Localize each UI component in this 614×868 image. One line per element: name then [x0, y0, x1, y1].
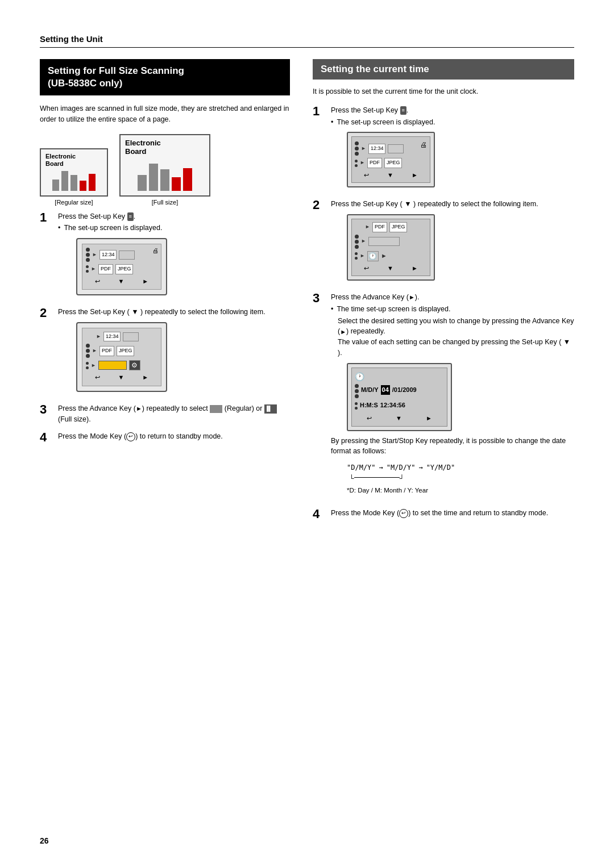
right-screen-2-inner: ► PDF JPEG ►	[351, 219, 430, 276]
right-step-3-text: Press the Advance Key (►).	[331, 293, 419, 301]
dot2-l2	[86, 349, 90, 353]
right-step-3-bullet1: • The time set-up screen is displayed.	[331, 304, 574, 315]
left-screen-1-inner: 🖨 ► 12:34	[82, 244, 161, 290]
date-format-row: "D/M/Y" → "M/D/Y" → "Y/M/D"	[347, 462, 574, 473]
return-icon-r1: ↩	[364, 170, 369, 180]
right-step-3-b1-text: The time set-up screen is displayed.	[337, 304, 450, 315]
printer-icon-r1: 🖨	[420, 140, 427, 150]
screen-nav-l2: ↩ ▼ ►	[86, 373, 157, 382]
dot1-l2	[86, 344, 90, 348]
right-screen-1-inner: 🖨 ► 12:34	[351, 136, 430, 183]
arrow-r2-2: ►	[361, 237, 366, 245]
left-step-2-content: Press the Set-up Key ( ▼ ) repeatedly to…	[58, 307, 290, 397]
dot2-r1	[355, 147, 359, 151]
advance-key-r3: ►	[409, 293, 415, 302]
right-step-3-num: 3	[313, 292, 325, 304]
two-dots-r2	[355, 252, 358, 260]
left-section-title: Setting for Full Size Scanning (UB-5838C…	[40, 59, 290, 95]
arrow-l1-r2: ►	[91, 265, 96, 273]
board-full-caption: [Full size]	[152, 199, 178, 206]
pdf-r1: PDF	[367, 158, 382, 168]
time-display-r3: H:M:S 12:34:56	[360, 400, 405, 410]
down-icon-l2: ▼	[118, 373, 125, 382]
screen-row-2-l2: ► PDF JPEG	[86, 344, 157, 358]
jpeg-r1: JPEG	[384, 158, 403, 168]
right-step-1-text: Press the Set-up Key ≡.	[331, 106, 408, 114]
right-step-4-content: Press the Mode Key (↩) to set the time a…	[331, 508, 574, 519]
dots-3-l1	[86, 248, 90, 262]
left-step-1-bullet: • The set-up screen is displayed.	[58, 223, 290, 233]
right-column: Setting the current time It is possible …	[313, 59, 574, 527]
bar3	[70, 175, 77, 191]
section-divider	[40, 47, 574, 48]
sdot2-r2	[355, 257, 358, 260]
bar-chart-full	[138, 154, 192, 191]
time-value-r3: 12:34:56	[380, 400, 405, 410]
left-step-1: 1 Press the Set-up Key ≡. • The set-up s…	[40, 211, 290, 301]
screen-nav-r3: ↩ ▼ ►	[355, 414, 444, 423]
dot3-l2	[86, 354, 90, 358]
bullet-dot-r1: •	[331, 117, 333, 128]
left-step-1-text: Press the Set-up Key ≡.	[58, 212, 135, 220]
left-step-3: 3 Press the Advance Key (►) repeatedly t…	[40, 403, 290, 425]
right-screen-3-inner: 🕐 M/D/Y 04/01/2009	[351, 368, 447, 427]
right-step-1-content: Press the Set-up Key ≡. • The set-up scr…	[331, 105, 574, 193]
right-step-1-bullet: • The set-up screen is displayed.	[331, 117, 574, 128]
right-step-1-num: 1	[313, 105, 325, 118]
dots-3-r1	[355, 141, 359, 156]
return-icon-r2: ↩	[364, 264, 369, 273]
sdot2-r1	[355, 164, 358, 167]
screen-row-1-l2: ► 12:34	[86, 332, 157, 342]
clock-icon-r3: 🕐	[355, 371, 364, 383]
left-step-4-content: Press the Mode Key (↩) to return to stan…	[58, 431, 290, 442]
right-screen-2: ► PDF JPEG ►	[347, 214, 435, 281]
right-step-2: 2 Press the Set-up Key ( ▼ ) repeatedly …	[313, 199, 574, 285]
screen-row-3-l2: ► ⚙	[86, 360, 157, 370]
two-dots-l2	[86, 362, 89, 369]
date-format-diagram: "D/M/Y" → "M/D/Y" → "Y/M/D" └ ┘ *D: Day …	[347, 462, 574, 495]
date-format-asterisk: *D: Day / M: Month / Y: Year	[347, 486, 574, 495]
two-column-layout: Setting for Full Size Scanning (UB-5838C…	[40, 59, 574, 527]
left-step-3-num: 3	[40, 403, 52, 416]
date-display-r3: M/D/Y 04/01/2009	[361, 385, 417, 395]
dot1-r3	[355, 384, 359, 388]
screen-nav-r1: ↩ ▼ ►	[355, 170, 427, 180]
bar-f5	[183, 168, 192, 191]
pdf-btn-l2: PDF	[99, 346, 114, 356]
left-screen-1: 🖨 ► 12:34	[76, 238, 167, 295]
time-label-r3: H:M:S	[360, 400, 378, 410]
date-format-note-before: By pressing the Start/Stop Key repeatedl…	[331, 436, 574, 457]
left-step-2: 2 Press the Set-up Key ( ▼ ) repeatedly …	[40, 307, 290, 397]
bracket-line	[354, 477, 400, 478]
bar-f3	[160, 169, 169, 191]
setup-key-icon-l1: ≡	[127, 212, 134, 222]
screen-row-2-r1: ► PDF JPEG	[355, 158, 427, 168]
format-dmy: "D/M/Y"	[347, 462, 376, 473]
down-icon-r1: ▼	[387, 170, 393, 180]
left-step-1-bullet-text: The set-up screen is displayed.	[64, 223, 162, 233]
screen-row-2-r2: ►	[355, 235, 427, 249]
dots-3-r3	[355, 384, 359, 398]
right-step-4-text: Press the Mode Key (↩) to set the time a…	[331, 509, 548, 517]
dt-time-row: H:M:S 12:34:56	[355, 400, 444, 412]
left-column: Setting for Full Size Scanning (UB-5838C…	[40, 59, 290, 450]
format-ymd: "Y/M/D"	[426, 462, 455, 473]
arrow-f2: →	[418, 462, 422, 473]
arrow-r2-4: ►	[381, 251, 387, 261]
left-step-2-num: 2	[40, 307, 52, 319]
empty-btn-l1	[119, 251, 135, 260]
left-step-4: 4 Press the Mode Key (↩) to return to st…	[40, 431, 290, 444]
board-regular-caption: [Regular size]	[55, 199, 93, 206]
clock-icon-r2: 🕐	[367, 251, 379, 261]
bar-f4	[172, 177, 181, 191]
bracket-end: ┘	[400, 473, 405, 483]
date-highlight-r3: 04	[381, 385, 390, 395]
sdot1-r1	[355, 160, 358, 162]
arrow-r2-3: ►	[360, 252, 365, 260]
arrow-r1-1: ►	[361, 145, 366, 153]
bar4	[80, 181, 86, 191]
boards-row: ElectronicBoard [Regular size]	[40, 134, 290, 206]
time-r1: 12:34	[368, 144, 386, 154]
board-full-label: ElectronicBoard	[125, 139, 161, 156]
left-step-2-text: Press the Set-up Key ( ▼ ) repeatedly to…	[58, 308, 265, 316]
